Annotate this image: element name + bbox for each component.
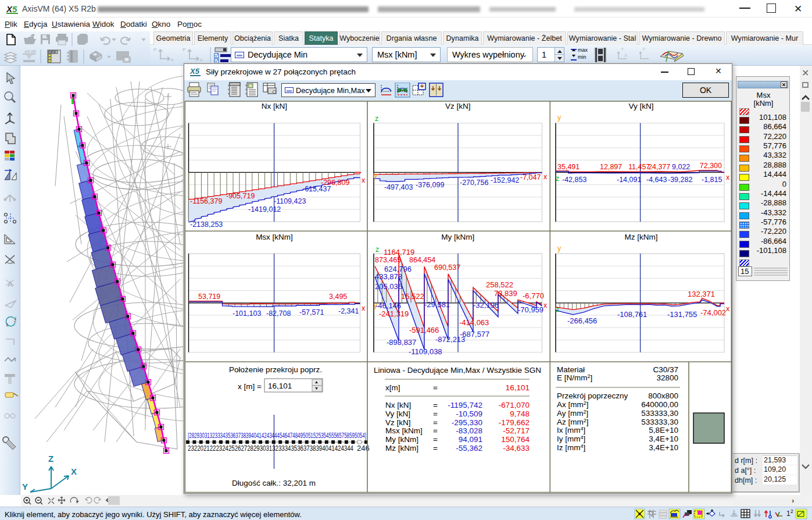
svg-text:690,537: 690,537 <box>434 263 460 272</box>
svg-text:3,495: 3,495 <box>329 293 347 301</box>
svg-text:x: x <box>362 176 366 184</box>
svg-text:-1109,423: -1109,423 <box>274 197 306 205</box>
svg-text:u: u <box>200 57 202 62</box>
svg-text:=: = <box>433 435 438 444</box>
svg-text:P: P <box>153 47 156 52</box>
svg-text:F: F <box>643 47 646 52</box>
svg-text:-42,853: -42,853 <box>562 176 586 184</box>
svg-text:1: 1 <box>786 510 790 518</box>
svg-text:150,764: 150,764 <box>501 435 530 444</box>
svg-text:-414,063: -414,063 <box>459 318 489 327</box>
svg-text:12,897: 12,897 <box>600 163 622 171</box>
svg-text:y: y <box>374 172 378 180</box>
svg-text:Położenie przekroju poprz.: Położenie przekroju poprz. <box>229 365 322 374</box>
svg-text:z: z <box>375 115 378 123</box>
svg-text:Długość całk.: 32,201 m: Długość całk.: 32,201 m <box>232 479 316 487</box>
svg-text:Vy [kN]: Vy [kN] <box>628 102 653 111</box>
svg-text:u: u <box>171 57 173 62</box>
svg-text:Liniowa - Decydujące Min,Max /: Liniowa - Decydujące Min,Max / Wszystkie… <box>374 366 541 375</box>
svg-text:9,022: 9,022 <box>672 163 690 171</box>
svg-text:Vz [kN]: Vz [kN] <box>385 418 411 427</box>
svg-text:Y: Y <box>22 482 28 491</box>
svg-text:=: = <box>433 418 438 427</box>
svg-text:Mz [kNm]: Mz [kNm] <box>625 233 658 241</box>
svg-text:-108,761: -108,761 <box>617 310 647 319</box>
svg-text:2: 2 <box>14 319 16 323</box>
svg-text:=: = <box>433 444 438 453</box>
svg-text:-872,213: -872,213 <box>435 335 465 344</box>
svg-text:-55,362: -55,362 <box>456 444 482 453</box>
svg-text:864,454: 864,454 <box>409 256 435 264</box>
svg-text:Y: Y <box>621 47 624 52</box>
svg-text:x [m] =: x [m] = <box>238 382 262 391</box>
svg-text:-1419,012: -1419,012 <box>248 205 281 213</box>
svg-text:x: x <box>362 304 366 312</box>
svg-text:-70,959: -70,959 <box>518 305 543 314</box>
svg-text:-74,002: -74,002 <box>700 308 726 317</box>
svg-text:24,377: 24,377 <box>648 163 670 171</box>
svg-text:132,371: 132,371 <box>688 290 715 298</box>
svg-text:-905,719: -905,719 <box>226 192 255 200</box>
svg-text:Msx [kNm]: Msx [kNm] <box>385 426 423 435</box>
svg-text:z: z <box>556 305 559 314</box>
svg-text:3,4E+10: 3,4E+10 <box>649 434 678 443</box>
svg-text:-101,103: -101,103 <box>232 309 261 318</box>
svg-text:-7,047: -7,047 <box>520 173 541 181</box>
svg-text:800x800: 800x800 <box>648 391 678 400</box>
svg-text:My [kNm]: My [kNm] <box>385 435 418 444</box>
svg-text:x: x <box>726 173 730 181</box>
svg-text:x: x <box>543 301 548 309</box>
svg-text:72,300: 72,300 <box>700 162 722 170</box>
svg-text:-179,662: -179,662 <box>499 418 530 427</box>
svg-text:640000,00: 640000,00 <box>641 400 678 409</box>
svg-text:-376,099: -376,099 <box>416 181 444 189</box>
svg-text:Mz [kNm]: Mz [kNm] <box>385 444 418 453</box>
svg-text:=: = <box>433 426 438 435</box>
svg-text:-615,437: -615,437 <box>302 185 331 193</box>
svg-text:232202122232425262728293031323: 2322021222324252627282930313233343536373… <box>188 444 353 453</box>
svg-text:3: 3 <box>6 323 8 327</box>
svg-text:-6,770: -6,770 <box>523 291 544 300</box>
svg-text:max: max <box>578 47 588 53</box>
svg-text:A: A <box>8 280 13 289</box>
svg-text:x: x <box>543 173 548 181</box>
svg-text:-295,330: -295,330 <box>452 418 482 427</box>
svg-text:-1156,379: -1156,379 <box>190 197 222 205</box>
svg-text:-34,633: -34,633 <box>503 444 530 453</box>
svg-text:-14,091: -14,091 <box>617 176 641 184</box>
svg-text:X: X <box>624 53 628 58</box>
svg-text:433,878: 433,878 <box>375 272 402 281</box>
svg-text:y: y <box>557 113 561 122</box>
svg-text:y: y <box>557 244 561 252</box>
svg-text:z: z <box>375 245 379 254</box>
svg-text:5,8E+10: 5,8E+10 <box>649 426 678 434</box>
svg-text:X: X <box>71 466 77 476</box>
svg-text:-4,643: -4,643 <box>646 176 667 184</box>
svg-text:3,4E+10: 3,4E+10 <box>649 443 678 452</box>
svg-text:-46,146: -46,146 <box>375 301 401 310</box>
svg-text:-1195,742: -1195,742 <box>448 401 482 409</box>
svg-text:-39,282: -39,282 <box>668 176 692 184</box>
svg-text:-241,319: -241,319 <box>379 309 409 318</box>
svg-text:11,457: 11,457 <box>628 163 650 171</box>
svg-text:-591,466: -591,466 <box>409 326 439 334</box>
svg-text:9,748: 9,748 <box>510 409 530 418</box>
svg-text:Vy [kN]: Vy [kN] <box>385 409 410 418</box>
svg-text:E [N/mm2]: E [N/mm2] <box>557 373 592 382</box>
svg-text:-32,196: -32,196 <box>473 301 499 309</box>
svg-text:94,091: 94,091 <box>459 435 482 444</box>
svg-text:258,522: 258,522 <box>486 280 513 289</box>
svg-text:-131,755: -131,755 <box>667 310 697 319</box>
svg-text:873,465: 873,465 <box>375 256 401 264</box>
svg-text:-29,581: -29,581 <box>424 300 450 309</box>
svg-text:P: P <box>183 47 185 52</box>
svg-text:Nx [kN]: Nx [kN] <box>385 401 411 409</box>
svg-text:=: = <box>433 409 438 418</box>
svg-text:533333,30: 533333,30 <box>641 418 678 426</box>
svg-text:-83,028: -83,028 <box>456 426 482 435</box>
svg-text:=: = <box>433 383 438 392</box>
svg-text:C30/37: C30/37 <box>653 365 678 374</box>
svg-text:-2,341: -2,341 <box>338 307 359 315</box>
svg-text:-1,815: -1,815 <box>702 176 722 184</box>
svg-text:-82,708: -82,708 <box>266 309 291 318</box>
